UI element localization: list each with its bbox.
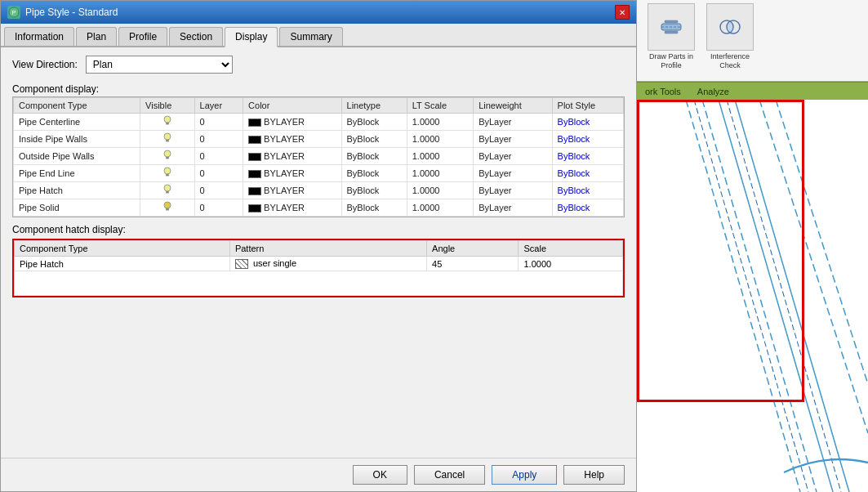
interference-label: Interference Check (702, 52, 758, 70)
row-linetype: ByBlock (341, 165, 407, 182)
row-layer: 0 (194, 114, 243, 131)
interference-group: Interference Check (702, 3, 758, 70)
view-direction-select[interactable]: Plan Profile Section (86, 56, 233, 74)
tab-summary[interactable]: Summary (279, 27, 342, 46)
dialog-title: Pipe Style - Standard (25, 7, 118, 18)
row-type: Outside Pipe Walls (14, 148, 140, 165)
row-color: BYLAYER (243, 182, 341, 199)
row-visible[interactable] (140, 165, 194, 182)
hatch-col-scale: Scale (519, 241, 623, 257)
row-plotstyle: ByBlock (552, 199, 623, 217)
cancel-button[interactable]: Cancel (414, 465, 485, 485)
svg-rect-22 (665, 31, 678, 34)
row-ltscale: 1.0000 (407, 114, 473, 131)
row-layer: 0 (194, 165, 243, 182)
close-button[interactable]: ✕ (615, 5, 630, 20)
row-visible[interactable] (140, 114, 194, 131)
col-lineweight: Lineweight (474, 98, 552, 114)
svg-point-5 (164, 133, 171, 140)
view-direction-row: View Direction: Plan Profile Section (12, 56, 625, 74)
row-ltscale: 1.0000 (407, 131, 473, 148)
row-plotstyle: ByBlock (552, 148, 623, 165)
col-layer: Layer (194, 98, 243, 114)
dialog-body: View Direction: Plan Profile Section Com… (1, 47, 636, 458)
row-linetype: ByBlock (341, 114, 407, 131)
row-type: Pipe Hatch (14, 182, 140, 199)
dialog-footer: OK Cancel Apply Help (1, 458, 636, 491)
hatch-col-pattern: Pattern (229, 241, 426, 257)
network-tools-label: ork Tools (645, 87, 681, 96)
help-button[interactable]: Help (563, 465, 625, 485)
row-ltscale: 1.0000 (407, 165, 473, 182)
row-lineweight: ByLayer (474, 114, 552, 131)
tab-information[interactable]: Information (4, 27, 74, 46)
autocad-panel: Draw Parts in Profile Interference Check… (637, 0, 868, 492)
table-row[interactable]: Pipe Centerline 0 BYLAYER ByBlock 1.0000… (14, 114, 624, 131)
hatch-pattern-icon (235, 259, 248, 269)
hatch-row-angle: 45 (427, 257, 519, 271)
svg-text:P: P (11, 9, 16, 16)
row-color: BYLAYER (243, 199, 341, 217)
hatch-display-table: Component Type Pattern Angle Scale Pipe … (14, 240, 623, 296)
row-lineweight: ByLayer (474, 165, 552, 182)
hatch-col-type: Component Type (15, 241, 230, 257)
table-row[interactable]: Pipe End Line 0 BYLAYER ByBlock 1.0000 B… (14, 165, 624, 182)
title-bar: P Pipe Style - Standard ✕ (1, 1, 636, 24)
component-display-table: Component Type Visible Layer Color Linet… (13, 97, 624, 217)
row-lineweight: ByLayer (474, 182, 552, 199)
app-icon: P (7, 6, 20, 19)
apply-button[interactable]: Apply (492, 465, 557, 485)
row-layer: 0 (194, 182, 243, 199)
tab-display[interactable]: Display (225, 27, 278, 47)
component-hatch-section: Component hatch display: Component Type … (12, 224, 625, 297)
view-direction-label: View Direction: (12, 59, 78, 70)
row-linetype: ByBlock (341, 148, 407, 165)
canvas-area[interactable] (637, 100, 868, 492)
col-visible: Visible (140, 98, 194, 114)
draw-parts-button[interactable] (648, 3, 695, 51)
row-type: Pipe Solid (14, 199, 140, 217)
tab-profile[interactable]: Profile (118, 27, 167, 46)
row-lineweight: ByLayer (474, 199, 552, 217)
row-visible[interactable] (140, 182, 194, 199)
row-ltscale: 1.0000 (407, 148, 473, 165)
component-display-section: Component display: Component Type Visibl… (12, 83, 625, 217)
interference-button[interactable] (706, 3, 754, 51)
row-visible[interactable] (140, 131, 194, 148)
svg-point-11 (164, 168, 171, 174)
toolbar-area: Draw Parts in Profile Interference Check (637, 0, 868, 82)
col-ltscale: LT Scale (407, 98, 473, 114)
tab-section[interactable]: Section (169, 27, 223, 46)
col-color: Color (243, 98, 341, 114)
row-plotstyle: ByBlock (552, 114, 623, 131)
spacer-row (15, 271, 623, 296)
table-row[interactable]: Pipe Hatch user single 45 1.0000 (15, 257, 623, 271)
row-linetype: ByBlock (341, 131, 407, 148)
interference-icon (717, 14, 743, 40)
row-type: Inside Pipe Walls (14, 131, 140, 148)
table-row[interactable]: Outside Pipe Walls 0 BYLAYER ByBlock 1.0… (14, 148, 624, 165)
hatch-col-angle: Angle (427, 241, 519, 257)
hatch-row-pattern: user single (229, 257, 426, 271)
row-visible[interactable] (140, 199, 194, 217)
svg-point-14 (164, 185, 171, 191)
ok-button[interactable]: OK (353, 465, 407, 485)
tab-plan[interactable]: Plan (76, 27, 117, 46)
row-visible[interactable] (140, 148, 194, 165)
row-linetype: ByBlock (341, 199, 407, 217)
view-direction-dropdown-wrapper[interactable]: Plan Profile Section (86, 56, 233, 74)
row-type: Pipe End Line (14, 165, 140, 182)
table-row[interactable]: Inside Pipe Walls 0 BYLAYER ByBlock 1.00… (14, 131, 624, 148)
row-lineweight: ByLayer (474, 131, 552, 148)
table-row[interactable]: Pipe Hatch 0 BYLAYER ByBlock 1.0000 ByLa… (14, 182, 624, 199)
svg-rect-21 (665, 20, 678, 23)
pipe-drawing-svg (637, 100, 868, 492)
col-linetype: Linetype (341, 98, 407, 114)
row-layer: 0 (194, 199, 243, 217)
row-color: BYLAYER (243, 148, 341, 165)
row-plotstyle: ByBlock (552, 131, 623, 148)
svg-point-8 (164, 150, 171, 157)
hatch-row-scale: 1.0000 (519, 257, 623, 271)
table-row[interactable]: Pipe Solid 0 BYLAYER ByBlock 1.0000 ByLa… (14, 199, 624, 217)
row-plotstyle: ByBlock (552, 182, 623, 199)
